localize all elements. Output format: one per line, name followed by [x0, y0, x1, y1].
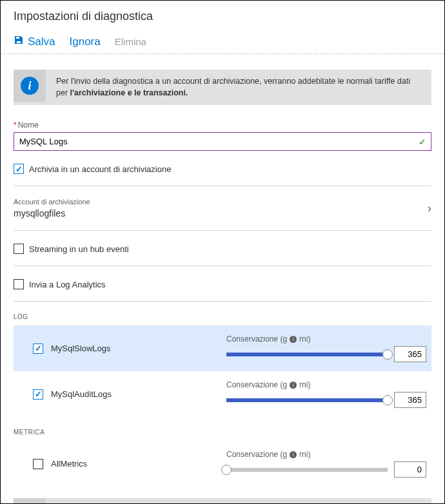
- metric-section-header: METRICA: [14, 429, 431, 436]
- retention-slider[interactable]: [226, 398, 388, 402]
- storage-account-picker[interactable]: Account di archiviazione mysqllogfiles ›: [14, 195, 431, 228]
- retention-column: Conservazione (girni): [226, 334, 426, 362]
- retention-input[interactable]: [394, 461, 426, 478]
- pricing-info-box: i Per l'invio della diagnostica a un acc…: [14, 70, 431, 105]
- retention-slider-row: [226, 392, 426, 408]
- storage-label: Account di archiviazione: [14, 198, 90, 206]
- log-name: MySqlAuditLogs: [51, 389, 167, 399]
- separator: [14, 301, 431, 302]
- command-bar: Salva Ignora Elimina: [1, 35, 444, 54]
- storage-left: Account di archiviazione mysqllogfiles: [14, 198, 90, 218]
- info-icon[interactable]: i: [290, 451, 297, 458]
- log-checkbox[interactable]: [33, 344, 43, 354]
- archive-checkbox-row[interactable]: Archivia in un account di archiviazione: [14, 160, 431, 183]
- valid-icon: ✓: [419, 137, 426, 147]
- name-input[interactable]: [14, 132, 431, 151]
- info-icon[interactable]: i: [290, 382, 297, 389]
- retention-label: Conservazione (girni): [226, 450, 426, 459]
- delete-label: Elimina: [115, 36, 146, 47]
- separator: [14, 266, 431, 266]
- metric-name: AllMetrics: [51, 459, 167, 469]
- info-icon-wrap: i: [14, 70, 46, 102]
- log-rows: MySqlSlowLogsConservazione (girni)MySqlA…: [14, 325, 431, 417]
- archive-checkbox[interactable]: [14, 164, 24, 174]
- chevron-right-icon: ›: [428, 202, 431, 215]
- name-input-wrap: ✓: [14, 132, 431, 151]
- storage-value: mysqllogfiles: [14, 208, 90, 218]
- info-icon-wrap: i: [14, 498, 46, 504]
- slider-thumb[interactable]: [382, 349, 393, 360]
- retention-column: Conservazione (girni): [226, 450, 426, 478]
- log-checkbox[interactable]: [33, 389, 43, 400]
- required-asterisk: *: [14, 121, 17, 130]
- info-icon: i: [21, 77, 39, 95]
- stream-checkbox-row[interactable]: Streaming in un hub eventi: [14, 240, 431, 263]
- retention-slider[interactable]: [226, 353, 388, 356]
- archive-checkbox-label: Archivia in un account di archiviazione: [29, 164, 171, 174]
- discard-label: Ignora: [70, 35, 101, 48]
- retention-info-text: La conservazione si applica solo all'acc…: [56, 498, 288, 504]
- info-icon[interactable]: i: [290, 336, 297, 343]
- loganalytics-checkbox-label: Invia a Log Analytics: [29, 280, 106, 289]
- info-text-emph: l'archiviazione e le transazioni.: [70, 88, 188, 97]
- save-button[interactable]: Salva: [14, 35, 55, 48]
- retention-column: Conservazione (girni): [226, 380, 426, 408]
- save-label: Salva: [28, 35, 55, 48]
- stream-checkbox[interactable]: [14, 244, 24, 254]
- separator: [14, 186, 431, 186]
- loganalytics-checkbox[interactable]: [14, 279, 24, 289]
- content-area: i Per l'invio della diagnostica a un acc…: [1, 54, 444, 504]
- blade-title: Impostazioni di diagnostica: [1, 1, 444, 35]
- retention-slider-row: [226, 461, 426, 478]
- stream-checkbox-label: Streaming in un hub eventi: [29, 244, 129, 254]
- save-icon: [14, 35, 24, 48]
- retention-info-box: i La conservazione si applica solo all'a…: [14, 498, 431, 504]
- diagnostic-settings-blade: Impostazioni di diagnostica Salva Ignora…: [0, 0, 445, 504]
- retention-label: Conservazione (girni): [226, 334, 426, 344]
- metric-row[interactable]: AllMetricsConservazione (girni): [14, 441, 431, 487]
- name-label: *Nome: [14, 121, 431, 130]
- loganalytics-checkbox-row[interactable]: Invia a Log Analytics: [14, 275, 431, 298]
- discard-button[interactable]: Ignora: [70, 35, 101, 48]
- log-row[interactable]: MySqlAuditLogsConservazione (girni): [14, 371, 431, 417]
- slider-thumb[interactable]: [382, 395, 393, 405]
- log-row[interactable]: MySqlSlowLogsConservazione (girni): [14, 325, 431, 371]
- pricing-info-text: Per l'invio della diagnostica a un accou…: [56, 70, 431, 105]
- retention-slider-row: [226, 346, 426, 362]
- log-name: MySqlSlowLogs: [51, 344, 167, 353]
- delete-button: Elimina: [115, 36, 146, 47]
- separator: [14, 230, 431, 231]
- retention-label: Conservazione (girni): [226, 380, 426, 389]
- slider-thumb[interactable]: [221, 465, 232, 475]
- log-section-header: LOG: [14, 313, 431, 320]
- retention-input[interactable]: [394, 346, 426, 362]
- metric-checkbox[interactable]: [33, 459, 43, 469]
- retention-input[interactable]: [394, 392, 426, 408]
- metric-rows: AllMetricsConservazione (girni): [14, 441, 431, 487]
- retention-slider[interactable]: [226, 468, 388, 472]
